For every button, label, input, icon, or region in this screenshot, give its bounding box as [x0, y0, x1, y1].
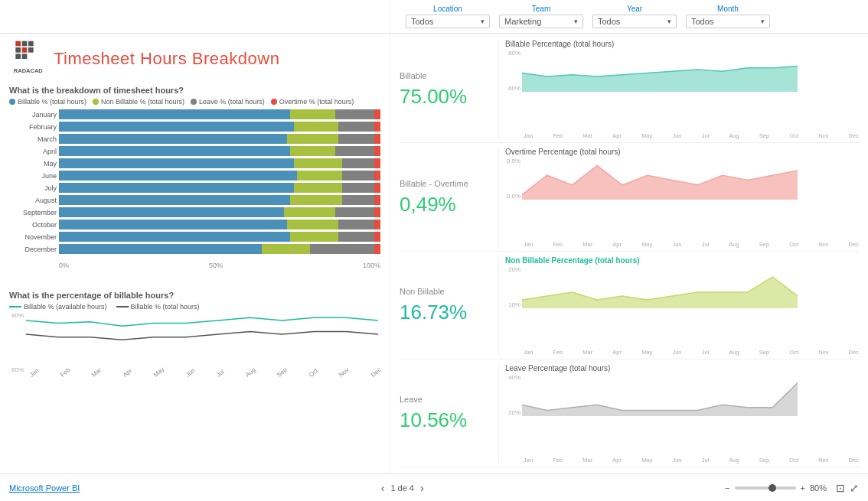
bar-segment: [59, 183, 294, 193]
bar-segment: [342, 158, 374, 168]
svg-rect-2: [15, 47, 21, 53]
sparkline-x-label: Apr: [612, 132, 622, 139]
filter-location-label: Location: [433, 5, 462, 13]
bar-segment: [59, 109, 290, 119]
metric-card: Billable75.00%: [400, 40, 499, 139]
sparkline-x-label: Apr: [612, 349, 622, 356]
metric-row: Billable - Overtime0,49%Overtime Percent…: [400, 148, 859, 251]
bar-label: April: [9, 148, 57, 155]
bar-segment: [59, 134, 287, 144]
filter-month[interactable]: Month Todos ▾: [686, 5, 770, 28]
bar-row: January: [59, 109, 380, 120]
metric-card: Leave10.56%: [400, 364, 499, 464]
sparkline-x-label: Nov: [818, 349, 828, 356]
bar-segment: [374, 183, 380, 193]
bar-segment: [290, 232, 338, 242]
bar-segment: [59, 232, 290, 242]
bar-segment: [335, 109, 374, 119]
powerbi-link[interactable]: Microsoft Power BI: [9, 483, 80, 493]
sparkline-title: Leave Percentage (total hours): [505, 364, 859, 372]
metric-value: 10.56%: [400, 408, 492, 432]
filter-location[interactable]: Location Todos ▾: [406, 5, 490, 28]
sparkline-x-label: Jan: [524, 132, 533, 139]
bar-segment: [294, 122, 339, 132]
svg-rect-1: [22, 41, 28, 47]
bar-label: July: [9, 184, 57, 192]
sparkline-x-label: May: [641, 241, 652, 248]
sparkline-x-label: Jul: [702, 349, 710, 356]
bar-segment: [335, 207, 374, 217]
bar-segment: [59, 244, 262, 254]
bar-label: February: [9, 123, 57, 131]
chevron-down-icon: ▾: [761, 18, 765, 25]
bar-segment: [262, 244, 310, 254]
bar-segment: [297, 171, 342, 181]
bar-row: December: [59, 243, 380, 255]
zoom-plus-button[interactable]: +: [801, 483, 805, 493]
bar-label: August: [9, 197, 57, 204]
bar-label: November: [9, 233, 57, 241]
bar-segment: [374, 109, 380, 119]
sparkline-x-label: Jul: [702, 457, 710, 464]
filter-team[interactable]: Team Marketing ▾: [499, 5, 583, 28]
sparkline-svg: [522, 374, 798, 416]
bar-chart-title: What is the breakdown of timesheet hours…: [9, 86, 380, 95]
sparkline-x-label: Mar: [582, 241, 592, 248]
bar-segment: [374, 207, 380, 217]
svg-rect-6: [22, 54, 28, 59]
sparkline-svg: [522, 266, 798, 308]
metric-row: Leave10.56%Leave Percentage (total hours…: [400, 364, 859, 467]
sparkline-x-label: Aug: [729, 132, 739, 139]
line-chart-section: What is the percentage of billable hours…: [9, 291, 380, 467]
sparkline-x-label: Aug: [729, 241, 739, 248]
sparkline-x-label: Dec: [849, 132, 859, 139]
filter-location-value: Todos: [411, 17, 433, 26]
sparkline-x-label: Mar: [582, 457, 592, 464]
prev-page-button[interactable]: ‹: [381, 482, 385, 494]
bar-segment: [59, 195, 290, 205]
sparkline-x-label: May: [641, 132, 652, 139]
page-title: Timesheet Hours Breakdown: [54, 49, 279, 69]
bar-segment: [59, 207, 284, 217]
bar-segment: [374, 244, 380, 254]
sparkline-x-label: Sep: [759, 241, 769, 248]
sparkline-x-label: Jul: [702, 132, 710, 139]
sparkline-x-label: May: [641, 457, 652, 464]
sparkline-x-label: Apr: [612, 457, 622, 464]
sparkline-title: Overtime Percentage (total hours): [505, 148, 859, 156]
chevron-down-icon: ▾: [481, 18, 485, 25]
zoom-minus-button[interactable]: −: [725, 483, 729, 493]
sparkline-x-label: Mar: [582, 132, 592, 139]
bar-label: October: [9, 221, 57, 229]
bar-chart-x-axis: 0%50%100%: [59, 262, 380, 269]
sparkline-x-label: Oct: [789, 457, 798, 464]
sparkline-x-label: Jan: [524, 349, 533, 356]
filter-year[interactable]: Year Todos ▾: [592, 5, 677, 28]
svg-rect-0: [15, 41, 21, 47]
bar-segment: [335, 146, 374, 156]
line-chart-svg: [26, 312, 378, 373]
bar-segment: [342, 171, 374, 181]
sparkline-x-label: Jun: [672, 132, 681, 139]
bottom-bar: Microsoft Power BI ‹ 1 de 4 › − + 80% ⊡ …: [0, 473, 868, 501]
bar-segment: [294, 183, 342, 193]
sparkline-x-label: Feb: [553, 132, 563, 139]
bar-label: June: [9, 172, 57, 180]
expand-icon[interactable]: ⤢: [850, 482, 859, 494]
bar-segment: [338, 220, 374, 229]
filter-month-value: Todos: [691, 17, 713, 26]
bar-row: May: [59, 158, 380, 169]
next-page-button[interactable]: ›: [420, 482, 424, 494]
bar-segment: [284, 207, 335, 217]
bar-label: December: [9, 246, 57, 253]
sparkline-title: Billable Percentage (total hours): [505, 40, 859, 48]
sparkline-x-label: Jul: [702, 241, 710, 248]
zoom-slider[interactable]: [735, 486, 796, 490]
sparkline-section: Overtime Percentage (total hours)0.5%0.0…: [505, 148, 859, 247]
bar-segment: [374, 158, 380, 168]
line-chart-legend: Billable % (available hours) Billable % …: [9, 303, 380, 311]
bar-row: June: [59, 170, 380, 181]
metric-label: Non Billable: [400, 287, 492, 296]
metric-value: 16.73%: [400, 301, 492, 324]
fullscreen-icon[interactable]: ⊡: [836, 482, 845, 494]
